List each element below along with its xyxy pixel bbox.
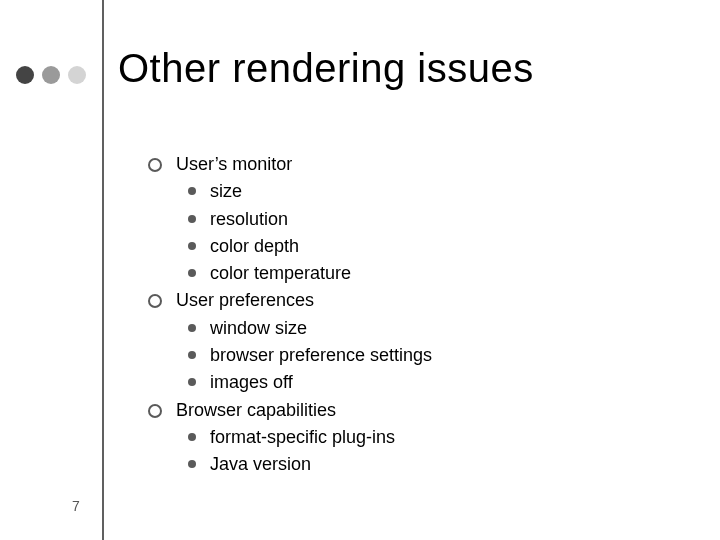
slide-body: User’s monitorsizeresolutioncolor depthc… [148, 152, 432, 480]
hollow-circle-icon [148, 294, 162, 308]
list-item: color temperature [188, 261, 432, 285]
list-item-text: User preferences [176, 288, 314, 312]
list-item: Browser capabilities [148, 398, 432, 422]
list-item: User’s monitor [148, 152, 432, 176]
slide-title: Other rendering issues [118, 46, 534, 91]
hollow-circle-icon [148, 404, 162, 418]
list-item-text: resolution [210, 207, 288, 231]
decorative-dots [16, 66, 86, 84]
list-item-text: User’s monitor [176, 152, 292, 176]
list-item: User preferences [148, 288, 432, 312]
list-item-text: color depth [210, 234, 299, 258]
list-item-text: format-specific plug-ins [210, 425, 395, 449]
dot-icon [42, 66, 60, 84]
list-item-text: color temperature [210, 261, 351, 285]
disc-icon [188, 269, 196, 277]
vertical-divider [102, 0, 104, 540]
disc-icon [188, 433, 196, 441]
disc-icon [188, 242, 196, 250]
disc-icon [188, 215, 196, 223]
list-item-text: size [210, 179, 242, 203]
list-item: browser preference settings [188, 343, 432, 367]
list-item-text: images off [210, 370, 293, 394]
disc-icon [188, 351, 196, 359]
list-item: window size [188, 316, 432, 340]
disc-icon [188, 378, 196, 386]
list-item-text: Browser capabilities [176, 398, 336, 422]
list-item: Java version [188, 452, 432, 476]
list-item-text: Java version [210, 452, 311, 476]
hollow-circle-icon [148, 158, 162, 172]
list-item: resolution [188, 207, 432, 231]
slide: Other rendering issues User’s monitorsiz… [0, 0, 720, 540]
list-item: format-specific plug-ins [188, 425, 432, 449]
list-item: size [188, 179, 432, 203]
list-item-text: browser preference settings [210, 343, 432, 367]
list-item: color depth [188, 234, 432, 258]
disc-icon [188, 460, 196, 468]
dot-icon [68, 66, 86, 84]
disc-icon [188, 324, 196, 332]
page-number: 7 [72, 498, 80, 514]
disc-icon [188, 187, 196, 195]
dot-icon [16, 66, 34, 84]
list-item: images off [188, 370, 432, 394]
list-item-text: window size [210, 316, 307, 340]
